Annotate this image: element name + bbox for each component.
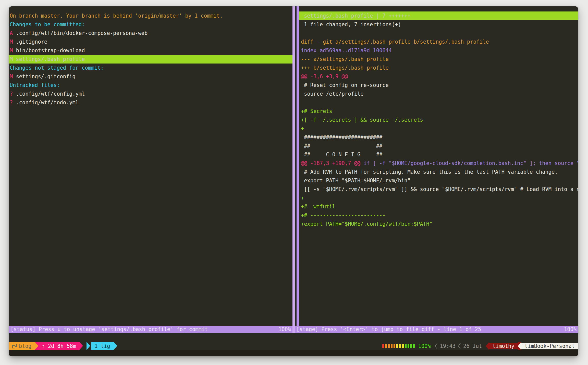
stage-view-scroll-percent: 100% — [564, 326, 577, 333]
text-segment: Changes to be committed: — [10, 21, 85, 28]
battery-bar-icon — [382, 344, 384, 348]
status-line-selected[interactable]: M settings/.bash_profile — [9, 55, 292, 64]
text-segment: A — [10, 30, 13, 36]
window-panes-icon — [12, 344, 17, 348]
clock: 19:43 — [440, 343, 456, 349]
diff-line: +++ b/settings/.bash_profile — [299, 64, 578, 72]
status-line[interactable]: ? .config/wtf/todo.yml — [9, 98, 292, 107]
status-line[interactable]: ? .config/wtf/config.yml — [9, 90, 292, 98]
text-segment: export PATH="$PATH:$HOME/.rvm/bin" — [301, 178, 411, 184]
battery-percent: 100% — [418, 343, 431, 349]
diff-line: # Add RVM to PATH for scripting. Make su… — [299, 168, 578, 176]
powerline-arrow-icon — [87, 342, 90, 350]
text-segment: M — [10, 47, 13, 54]
diff-line: diff --git a/settings/.bash_profile b/se… — [299, 37, 578, 46]
status-line[interactable]: M settings/.gitconfig — [9, 72, 292, 81]
diff-line: [[ -s "$HOME/.rvm/scripts/rvm" ]] && sou… — [299, 185, 578, 194]
battery-bar-icon — [385, 344, 387, 348]
diff-line — [299, 98, 578, 107]
text-segment: # Add RVM to PATH for scripting. Make su… — [301, 169, 558, 175]
status-view-scroll-percent: 100% — [278, 326, 291, 333]
powerline-arrow-icon — [114, 342, 117, 350]
text-segment: @@ -187,3 +190,7 @@ — [301, 160, 360, 166]
window-name: tig — [101, 343, 110, 349]
text-segment: settings/.bash_profile | 7 +++++++ — [301, 13, 411, 19]
diff-line: +export PATH="$HOME/.config/wtf/bin:$PAT… — [299, 220, 578, 228]
uptime-label: 2d 8h 58m — [48, 343, 76, 349]
text-segment: ######################### — [301, 134, 382, 140]
text-segment: diff --git a/settings/.bash_profile b/se… — [301, 39, 489, 45]
up-arrow-icon: ↑ — [42, 343, 45, 349]
battery-bar-icon — [396, 344, 398, 348]
hostname-segment: timBook-Personal — [521, 343, 578, 349]
text-segment: +[ -f ~/.secrets ] && source ~/.secrets — [301, 117, 423, 123]
diff-header-line-selected: settings/.bash_profile | 7 +++++++ — [299, 11, 578, 20]
username: timothy — [493, 343, 514, 349]
terminal-window: On branch master. Your branch is behind … — [9, 6, 578, 356]
diff-line: + — [299, 194, 578, 202]
window-bottom-strip — [9, 350, 578, 356]
diff-line: # Reset config on re-source — [299, 81, 578, 90]
diff-line: export PATH="$PATH:$HOME/.rvm/bin" — [299, 176, 578, 185]
diff-line: ## C O N F I G ## — [299, 150, 578, 159]
powerline-arrow-icon — [79, 342, 83, 350]
pane-divider-border[interactable] — [297, 6, 299, 333]
battery-bar-icon — [394, 344, 395, 348]
text-segment: index ad569aa..d171a9d 100644 — [301, 47, 392, 54]
tmux-uptime-segment: ↑ 2d 8h 58m — [38, 342, 79, 350]
tmux-session-name[interactable]: blog — [9, 342, 35, 350]
status-line[interactable]: M bin/bootstrap-download — [9, 46, 292, 55]
powerline-arrow-icon — [486, 342, 489, 350]
window-index: 1 — [94, 343, 97, 349]
tmux-window-tab-tig[interactable]: 1 tig — [91, 342, 113, 350]
status-view-message: [status] Press u to unstage 'settings/.b… — [10, 326, 208, 333]
chevron-left-icon — [458, 343, 461, 349]
diff-line: +# wtfutil — [299, 202, 578, 211]
text-segment: ? — [10, 91, 13, 97]
battery-bar-icon — [408, 344, 409, 348]
text-segment: On branch master. Your branch is behind … — [10, 13, 223, 19]
battery-bar-icon — [399, 344, 401, 348]
pane-divider[interactable] — [292, 6, 295, 333]
battery-bar-icon — [402, 344, 404, 348]
diff-line: index ad569aa..d171a9d 100644 — [299, 46, 578, 55]
text-segment: .gitignore — [13, 39, 47, 45]
status-line[interactable]: A .config/wtf/bin/docker-compose-persona… — [9, 29, 292, 37]
stage-view-message: [stage] Press '<Enter>' to jump to file … — [296, 326, 481, 333]
text-segment: .config/wtf/config.yml — [13, 91, 85, 97]
text-segment: + — [301, 195, 304, 201]
chevron-left-icon — [434, 343, 438, 349]
text-segment: --- a/settings/.bash_profile — [301, 56, 389, 62]
tig-stage-pane: settings/.bash_profile | 7 +++++++ 1 fil… — [299, 6, 578, 333]
diff-line: @@ -3,6 +3,9 @@ — [299, 72, 578, 81]
tig-status-pane: On branch master. Your branch is behind … — [9, 6, 292, 333]
tmux-status-bar: blog ↑ 2d 8h 58m 1 tig 100% 19:43 26 Jul… — [9, 342, 578, 350]
text-segment: M — [10, 73, 13, 80]
status-line: Changes to be committed: — [9, 20, 292, 29]
battery-bar-icon — [391, 344, 393, 348]
text-segment: settings/.gitconfig — [13, 73, 76, 80]
text-segment: Changes not staged for commit: — [10, 65, 104, 71]
date: 26 Jul — [463, 343, 482, 349]
status-view-statusbar: [status] Press u to unstage 'settings/.b… — [9, 326, 292, 333]
status-line: Changes not staged for commit: — [9, 64, 292, 72]
battery-bar-icon — [413, 344, 415, 348]
text-segment: +export PATH="$HOME/.config/wtf/bin:$PAT… — [301, 221, 433, 227]
text-segment: source /etc/profile — [301, 91, 364, 97]
battery-bar-icon — [410, 344, 412, 348]
text-segment: Untracked files: — [10, 82, 60, 88]
text-segment: ? — [10, 99, 13, 106]
text-segment: [[ -s "$HOME/.rvm/scripts/rvm" ]] && sou… — [301, 186, 578, 192]
text-segment: .config/wtf/todo.yml — [13, 99, 79, 106]
session-label: blog — [19, 343, 31, 349]
tmux-right-status: 100% 19:43 26 Jul timothy timBook-Person… — [382, 342, 578, 350]
diff-line: @@ -187,3 +190,7 @@ if [ -f "$HOME/googl… — [299, 159, 578, 168]
diff-line: ######################### — [299, 133, 578, 142]
text-segment: +# ------------------------ — [301, 212, 385, 218]
text-segment: 1 file changed, 7 insertions(+) — [301, 21, 401, 28]
diff-line: +# ------------------------ — [299, 211, 578, 220]
battery-bar-icon — [405, 344, 407, 348]
status-line[interactable]: M .gitignore — [9, 37, 292, 46]
text-segment: ## C O N F I G ## — [301, 152, 382, 158]
text-segment: +++ b/settings/.bash_profile — [301, 65, 389, 71]
